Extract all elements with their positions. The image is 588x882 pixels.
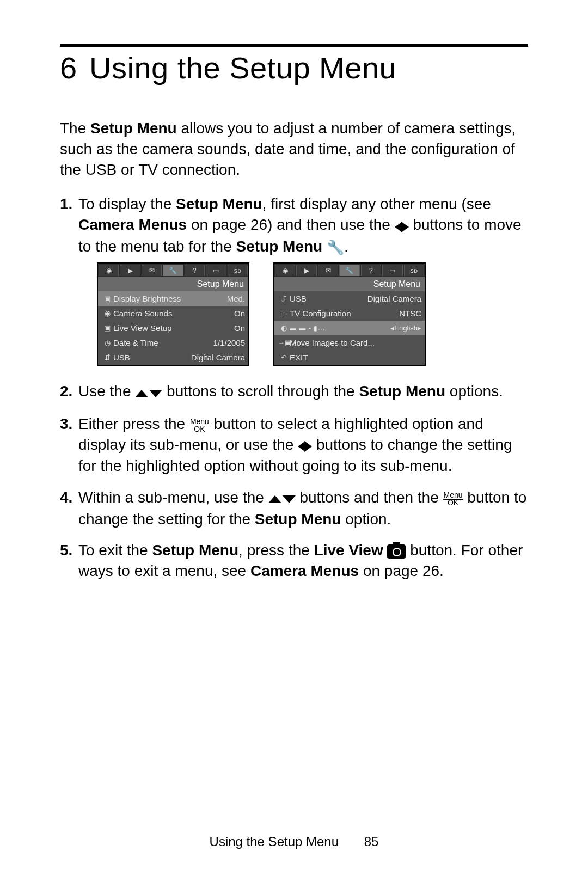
chapter-number: 6 <box>60 50 77 85</box>
tab-icon: ✉ <box>142 265 162 276</box>
tab-icon: ▭ <box>206 265 226 276</box>
step-5: 5. To exit the Setup Menu, press the Liv… <box>60 540 528 581</box>
menu-row: ↶EXIT <box>274 350 425 365</box>
footer-title: Using the Setup Menu <box>210 834 339 849</box>
steps-list: 1. To display the Setup Menu, first disp… <box>60 194 528 581</box>
step-4: 4. Within a sub-menu, use the buttons an… <box>60 487 528 529</box>
row-value: On <box>234 323 245 334</box>
tab-icon: sᴅ <box>404 265 424 276</box>
text: . <box>344 238 348 255</box>
step-number: 3. <box>60 414 72 434</box>
row-value: Digital Camera <box>191 352 245 363</box>
menu-ok-icon: MenuOK <box>443 491 463 506</box>
text: OK <box>194 425 205 433</box>
text: buttons and then the <box>299 489 443 506</box>
tab-icon-selected: 🔧 <box>163 265 183 276</box>
row-icon: ▭ <box>278 309 290 318</box>
wrench-icon: 🔧 <box>327 238 344 257</box>
step-number: 2. <box>60 381 72 402</box>
text: The <box>60 120 90 137</box>
term: Camera Menus <box>250 562 359 579</box>
text: Within a sub-menu, use the <box>78 489 268 506</box>
term: Setup Menu <box>359 383 445 400</box>
text: , first display any other menu (see <box>262 195 491 212</box>
menu-row: ◉Camera SoundsOn <box>98 306 248 321</box>
camera-icon <box>387 544 406 559</box>
tab-icon: ✉ <box>318 265 338 276</box>
text: option. <box>341 511 391 528</box>
text: To display the <box>78 195 176 212</box>
left-right-arrows-icon <box>298 435 312 456</box>
term-setup-menu: Setup Menu <box>90 120 177 137</box>
term: Setup Menu <box>255 511 341 528</box>
text: OK <box>448 498 458 507</box>
row-label: TV Configuration <box>290 308 399 319</box>
screen-header: Setup Menu <box>274 277 425 292</box>
menu-row: ◐▬ ▬ ▪ ▮...◂English▸ <box>274 321 425 335</box>
row-icon: ◐ <box>278 323 290 333</box>
row-label: Camera Sounds <box>113 308 234 319</box>
text: on page 26) and then use the <box>187 216 394 233</box>
screenshot-left: ◉▶✉🔧?▭sᴅ Setup Menu ▣Display BrightnessM… <box>97 262 249 366</box>
row-value: ◂English▸ <box>390 323 421 333</box>
menu-row: ▣Live View SetupOn <box>98 321 248 335</box>
menu-row: ⇵USBDigital Camera <box>98 350 248 365</box>
row-icon: ▣ <box>101 323 113 333</box>
screenshot-pair: ◉▶✉🔧?▭sᴅ Setup Menu ▣Display BrightnessM… <box>97 262 528 366</box>
row-label: Move Images to Card... <box>290 338 421 348</box>
intro-paragraph: The Setup Menu allows you to adjust a nu… <box>60 118 528 180</box>
up-down-arrows-icon <box>135 382 162 403</box>
row-value: 1/1/2005 <box>213 338 245 348</box>
text: Use the <box>78 383 135 400</box>
screen-header: Setup Menu <box>98 277 248 292</box>
up-down-arrows-icon <box>268 488 296 509</box>
menu-row: →▣Move Images to Card... <box>274 335 425 350</box>
page-number: 85 <box>364 834 379 849</box>
row-icon: ⇵ <box>101 353 113 363</box>
text: , press the <box>238 542 314 559</box>
tab-icon: ◉ <box>275 265 295 276</box>
tab-icon: ◉ <box>99 265 119 276</box>
tab-row: ◉▶✉🔧?▭sᴅ <box>274 264 425 277</box>
left-right-arrows-icon <box>395 216 409 236</box>
tab-icon: ▭ <box>382 265 402 276</box>
tab-icon: ? <box>185 265 205 276</box>
step-number: 4. <box>60 487 72 508</box>
row-icon: ◉ <box>101 309 113 318</box>
term: Setup Menu <box>236 238 323 255</box>
menu-row: ◷Date & Time1/1/2005 <box>98 335 248 350</box>
row-label: USB <box>113 352 191 363</box>
row-label: USB <box>290 293 367 304</box>
page-footer: Using the Setup Menu 85 <box>0 834 588 849</box>
text: Either press the <box>78 415 189 432</box>
row-icon: ⇵ <box>278 294 290 304</box>
chapter-heading: 6 Using the Setup Menu <box>60 50 528 85</box>
step-number: 5. <box>60 540 72 561</box>
row-icon: →▣ <box>278 338 290 348</box>
row-icon: ◷ <box>101 338 113 348</box>
term: Live View <box>314 542 383 559</box>
tab-icon: ▶ <box>120 265 140 276</box>
term: Setup Menu <box>176 195 262 212</box>
menu-ok-icon: MenuOK <box>189 418 210 433</box>
tab-icon: sᴅ <box>228 265 248 276</box>
screenshot-right: ◉▶✉🔧?▭sᴅ Setup Menu ⇵USBDigital Camera ▭… <box>273 262 426 366</box>
tab-icon-selected: 🔧 <box>339 265 359 276</box>
row-label: Date & Time <box>113 338 213 348</box>
term: Setup Menu <box>152 542 238 559</box>
step-2: 2. Use the buttons to scroll through the… <box>60 381 528 403</box>
manual-page: 6 Using the Setup Menu The Setup Menu al… <box>0 0 588 882</box>
text: To exit the <box>78 542 152 559</box>
row-icon: ▣ <box>101 294 113 304</box>
step-1: 1. To display the Setup Menu, first disp… <box>60 194 528 366</box>
row-icon: ↶ <box>278 353 290 363</box>
row-value: Digital Camera <box>367 293 421 304</box>
row-label: Display Brightness <box>113 293 227 304</box>
chapter-title: Using the Setup Menu <box>89 51 396 85</box>
row-value: NTSC <box>399 308 421 319</box>
chapter-rule <box>60 44 528 47</box>
menu-row: ▭TV ConfigurationNTSC <box>274 306 425 321</box>
row-label: EXIT <box>290 352 421 363</box>
tab-icon: ▶ <box>296 265 316 276</box>
text: on page 26. <box>359 562 444 579</box>
